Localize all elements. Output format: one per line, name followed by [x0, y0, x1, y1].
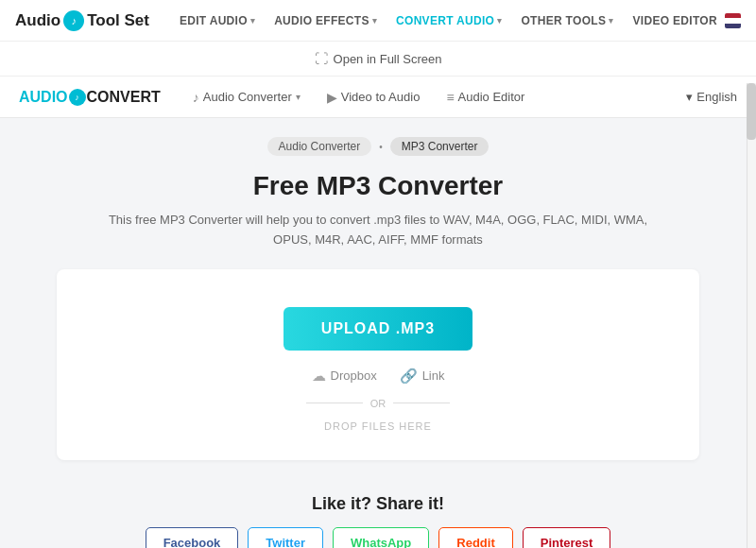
chevron-down-icon: ▾	[686, 90, 693, 104]
upload-options: ☁ Dropbox 🔗 Link	[76, 368, 680, 385]
breadcrumb-separator: •	[379, 142, 383, 152]
top-nav: Audio ♪ Tool Set EDIT AUDIO ▾ AUDIO EFFE…	[0, 0, 756, 42]
site-logo[interactable]: Audio ♪ Tool Set	[15, 10, 149, 31]
nav-item-other-tools[interactable]: OTHER TOOLS ▾	[513, 0, 621, 42]
chevron-down-icon: ▾	[372, 16, 377, 26]
sub-nav-video-to-audio[interactable]: ▶ Video to Audio	[318, 77, 430, 118]
upload-button[interactable]: UPLOAD .MP3	[284, 307, 472, 351]
nav-item-convert-audio[interactable]: CONVERT AUDIO ▾	[388, 0, 509, 42]
pinterest-share-button[interactable]: Pinterest	[523, 527, 611, 548]
share-buttons: Facebook Twitter WhatsApp Reddit Pintere…	[19, 527, 737, 548]
scroll-track[interactable]	[747, 83, 756, 548]
link-icon: 🔗	[400, 368, 418, 385]
sub-logo-audio: AUDIO	[19, 89, 68, 106]
scroll-thumb[interactable]	[747, 83, 756, 140]
chevron-down-icon: ▾	[296, 92, 301, 102]
fullscreen-label: Open in Full Screen	[334, 52, 442, 66]
language-label: English	[696, 90, 737, 104]
sub-logo[interactable]: AUDIO ♪ CONVERT	[19, 89, 161, 106]
fullscreen-bar[interactable]: ⛶ Open in Full Screen	[0, 42, 756, 77]
expand-icon: ⛶	[315, 51, 328, 66]
sub-logo-convert: CONVERT	[87, 89, 161, 106]
video-icon: ▶	[327, 90, 337, 105]
upload-box: UPLOAD .MP3 ☁ Dropbox 🔗 Link OR DROP FIL…	[57, 269, 699, 460]
breadcrumb-audio-converter[interactable]: Audio Converter	[267, 137, 372, 156]
divider-line-right	[393, 402, 450, 403]
sub-nav: AUDIO ♪ CONVERT ♪ Audio Converter ▾ ▶ Vi…	[0, 77, 756, 118]
logo-text-before: Audio	[15, 11, 60, 30]
main-content: Audio Converter • MP3 Converter Free MP3…	[0, 118, 756, 548]
whatsapp-share-button[interactable]: WhatsApp	[333, 527, 429, 548]
nav-items: EDIT AUDIO ▾ AUDIO EFFECTS ▾ CONVERT AUD…	[172, 0, 725, 42]
share-section: Like it? Share it! Facebook Twitter What…	[19, 479, 737, 548]
sub-logo-icon: ♪	[69, 89, 86, 106]
divider-line-left	[306, 402, 363, 403]
nav-item-video-editor[interactable]: VIDEO EDITOR	[626, 0, 725, 42]
nav-item-audio-effects[interactable]: AUDIO EFFECTS ▾	[266, 0, 385, 42]
dropbox-label: Dropbox	[331, 368, 377, 383]
or-divider: OR	[76, 398, 680, 409]
sub-nav-audio-editor[interactable]: ≡ Audio Editor	[437, 77, 534, 118]
nav-item-edit-audio[interactable]: EDIT AUDIO ▾	[172, 0, 263, 42]
chevron-down-icon: ▾	[497, 16, 502, 26]
music-icon: ♪	[193, 90, 199, 105]
chevron-down-icon: ▾	[250, 16, 255, 26]
chevron-down-icon: ▾	[609, 16, 613, 26]
twitter-share-button[interactable]: Twitter	[248, 527, 323, 548]
breadcrumb: Audio Converter • MP3 Converter	[19, 137, 737, 156]
facebook-share-button[interactable]: Facebook	[146, 527, 239, 548]
logo-icon: ♪	[63, 10, 84, 31]
link-option[interactable]: 🔗 Link	[400, 368, 445, 385]
page-description: This free MP3 Converter will help you to…	[104, 211, 652, 250]
reddit-share-button[interactable]: Reddit	[438, 527, 512, 548]
language-flag-icon[interactable]	[725, 13, 741, 28]
dropbox-icon: ☁	[312, 368, 326, 385]
breadcrumb-mp3-converter[interactable]: MP3 Converter	[390, 137, 490, 156]
sub-nav-audio-converter[interactable]: ♪ Audio Converter ▾	[183, 77, 310, 118]
drop-files-label: DROP FILES HERE	[76, 420, 680, 432]
share-title: Like it? Share it!	[19, 494, 737, 514]
link-label: Link	[422, 368, 445, 383]
logo-text-after: Tool Set	[87, 11, 149, 30]
page-title: Free MP3 Converter	[19, 171, 737, 201]
dropbox-option[interactable]: ☁ Dropbox	[312, 368, 377, 385]
edit-icon: ≡	[446, 90, 454, 105]
language-selector[interactable]: ▾ English	[686, 90, 737, 104]
or-text: OR	[370, 398, 387, 409]
